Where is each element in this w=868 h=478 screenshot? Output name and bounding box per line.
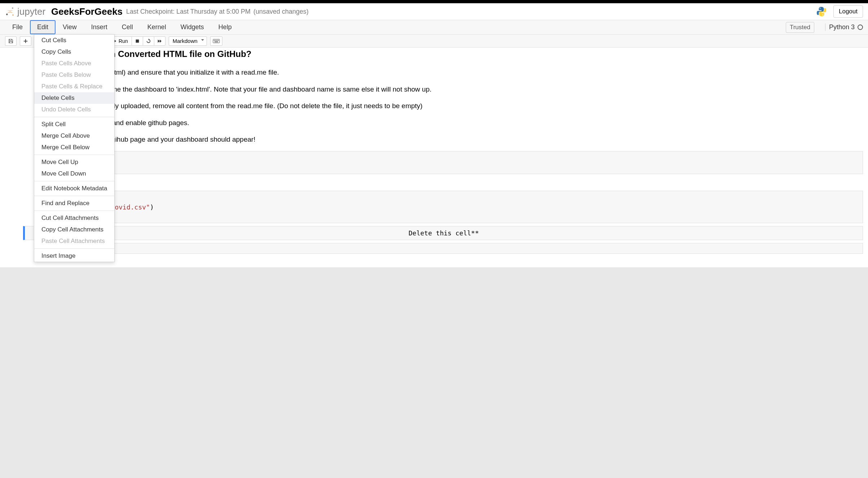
stop-icon <box>135 39 140 44</box>
logout-button[interactable]: Logout <box>833 5 863 18</box>
dropdown-divider <box>34 117 114 117</box>
checkpoint-text: Last Checkpoint: Last Thursday at 5:00 P… <box>126 8 251 16</box>
kernel-name[interactable]: Python 3 <box>825 23 855 31</box>
dropdown-divider <box>34 155 114 155</box>
code-cell-1[interactable]: ut:") +30) <box>48 151 863 174</box>
svg-point-3 <box>820 8 820 8</box>
svg-rect-6 <box>213 39 220 43</box>
empty-cell[interactable] <box>48 243 863 254</box>
svg-rect-11 <box>218 40 219 41</box>
unsaved-changes-text: (unsaved changes) <box>253 8 309 16</box>
svg-rect-10 <box>217 40 218 41</box>
dropdown-item-find-and-replace[interactable]: Find and Replace <box>34 198 114 209</box>
menu-file[interactable]: File <box>5 20 30 34</box>
command-palette-button[interactable] <box>210 36 222 46</box>
dropdown-item-delete-cells[interactable]: Delete Cells <box>34 92 114 104</box>
stop-button[interactable] <box>132 36 143 46</box>
run-label: Run <box>119 38 128 44</box>
menu-help[interactable]: Help <box>211 20 239 34</box>
svg-rect-8 <box>215 40 216 41</box>
dropdown-item-paste-cells-above: Paste Cells Above <box>34 58 114 69</box>
markdown-step-2: ository is ready, rename the dashboard t… <box>5 81 863 98</box>
dropdown-item-undo-delete-cells: Undo Delete Cells <box>34 104 114 115</box>
menu-widgets[interactable]: Widgets <box>173 20 211 34</box>
notebook-window: jupyter GeeksForGeeks Last Checkpoint: L… <box>0 3 868 268</box>
dropdown-item-copy-cells[interactable]: Copy Cells <box>34 46 114 58</box>
notebook-name[interactable]: GeeksForGeeks <box>51 6 123 17</box>
dropdown-item-merge-cell-below[interactable]: Merge Cell Below <box>34 142 114 153</box>
dropdown-divider <box>34 248 114 249</box>
svg-rect-5 <box>136 39 139 43</box>
markdown-step-3: shboard is successfully uploaded, remove… <box>5 98 863 115</box>
trusted-badge[interactable]: Trusted <box>786 22 814 33</box>
save-button[interactable] <box>5 36 17 46</box>
svg-rect-9 <box>216 40 217 41</box>
dropdown-item-paste-cell-attachments: Paste Cell Attachments <box>34 235 114 247</box>
cell-type-select[interactable]: Markdown <box>169 36 207 46</box>
dropdown-item-paste-cells-below: Paste Cells Below <box>34 69 114 81</box>
dropdown-item-edit-notebook-metadata[interactable]: Edit Notebook Metadata <box>34 183 114 194</box>
menu-insert[interactable]: Insert <box>84 20 115 34</box>
markdown-heading: : How to publish Converted HTML file on … <box>5 48 863 64</box>
code-cell-2[interactable]: as as pd d_csv("Desktop/covid.csv") ; <box>48 191 863 223</box>
svg-rect-7 <box>214 40 214 41</box>
restart-run-all-button[interactable] <box>154 36 165 46</box>
menubar: File Edit View Insert Cell Kernel Widget… <box>0 20 868 35</box>
menu-kernel[interactable]: Kernel <box>140 20 173 34</box>
kernel-status-icon <box>858 25 863 30</box>
plus-icon <box>23 39 28 44</box>
svg-point-0 <box>12 7 13 9</box>
markdown-step-5: of the newly created gihub page and your… <box>5 131 863 148</box>
jupyter-logo-text: jupyter <box>17 6 45 17</box>
menu-view[interactable]: View <box>56 20 84 34</box>
add-cell-button[interactable] <box>20 36 31 46</box>
save-icon <box>8 39 13 44</box>
dropdown-item-merge-cell-above[interactable]: Merge Cell Above <box>34 130 114 142</box>
dropdown-item-split-cell[interactable]: Split Cell <box>34 119 114 130</box>
markdown-step-4: gs of your repository and enable github … <box>5 115 863 132</box>
markdown-step-1: ub repository (index.html) and ensure th… <box>5 64 863 81</box>
svg-rect-12 <box>214 41 218 42</box>
python-logo-icon <box>816 6 827 17</box>
svg-point-4 <box>823 14 823 15</box>
header: jupyter GeeksForGeeks Last Checkpoint: L… <box>0 3 868 20</box>
dropdown-divider <box>34 181 114 181</box>
notebook-area: : How to publish Converted HTML file on … <box>0 48 868 267</box>
dropdown-divider <box>34 196 114 196</box>
fast-forward-icon <box>157 39 162 44</box>
svg-point-2 <box>12 14 13 16</box>
dropdown-item-cut-cell-attachments[interactable]: Cut Cell Attachments <box>34 212 114 224</box>
jupyter-logo-icon <box>5 6 15 17</box>
top-black-bar <box>0 0 868 3</box>
jupyter-logo[interactable]: jupyter <box>5 6 45 17</box>
edit-dropdown: Cut CellsCopy CellsPaste Cells AbovePast… <box>34 34 115 262</box>
restart-button[interactable] <box>143 36 154 46</box>
menu-edit[interactable]: Edit <box>30 20 56 34</box>
markdown-cell-selected[interactable]: Delete this cell** <box>23 226 863 240</box>
keyboard-icon <box>213 39 220 43</box>
dropdown-item-cut-cells[interactable]: Cut Cells <box>34 35 114 46</box>
menu-cell[interactable]: Cell <box>115 20 140 34</box>
dropdown-item-move-cell-up[interactable]: Move Cell Up <box>34 156 114 168</box>
toolbar: Run Markdown <box>0 35 868 48</box>
restart-icon <box>146 39 151 44</box>
dropdown-divider <box>34 211 114 211</box>
svg-point-1 <box>6 13 8 15</box>
dropdown-item-move-cell-down[interactable]: Move Cell Down <box>34 168 114 180</box>
dropdown-item-insert-image[interactable]: Insert Image <box>34 250 114 262</box>
dropdown-item-copy-cell-attachments[interactable]: Copy Cell Attachments <box>34 224 114 235</box>
dropdown-item-paste-cells-replace: Paste Cells & Replace <box>34 81 114 92</box>
